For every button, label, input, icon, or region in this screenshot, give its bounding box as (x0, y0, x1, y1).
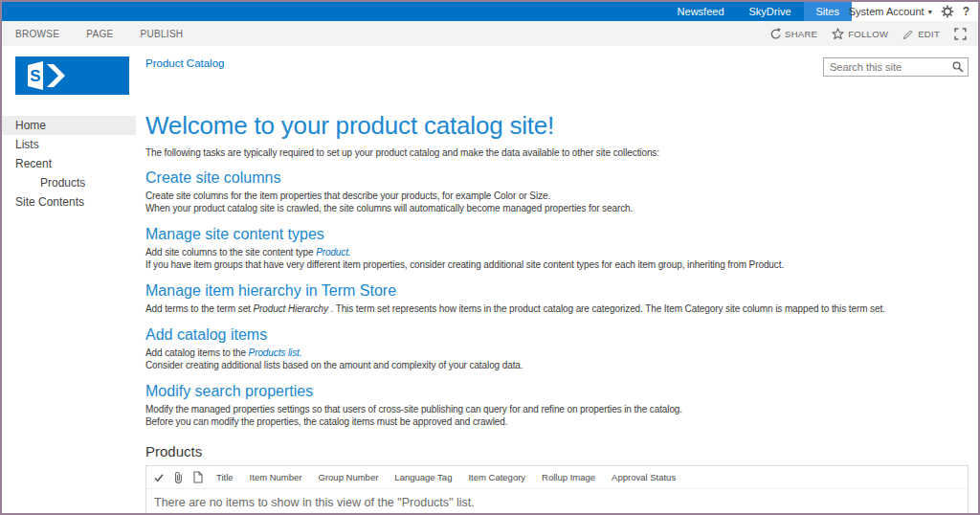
sidebar-item-recent[interactable]: Recent (2, 154, 136, 173)
plain-text: . This term set represents how items in … (328, 303, 885, 314)
left-navigation: Home Lists Recent Products Site Contents (2, 116, 136, 212)
paperclip-icon[interactable] (174, 471, 183, 483)
task-section: Manage site content typesAdd site column… (145, 226, 969, 271)
plain-text: If you have item groups that have very d… (145, 259, 784, 270)
check-icon[interactable] (154, 473, 164, 482)
products-webpart: Products (145, 443, 969, 515)
plain-text: Add site columns to the site content typ… (145, 247, 316, 258)
plain-text: Create site columns for the item propert… (145, 190, 550, 201)
ribbon-bar: BROWSE PAGE PUBLISH SHARE FOLLO (2, 21, 978, 46)
edit-button[interactable]: EDIT (902, 28, 940, 39)
section-line: If you have item groups that have very d… (145, 258, 969, 271)
chevron-down-icon: ▾ (928, 8, 932, 16)
task-section: Add catalog itemsAdd catalog items to th… (145, 326, 969, 371)
plain-text: Add catalog items to the (145, 347, 249, 358)
share-button[interactable]: SHARE (768, 28, 817, 40)
follow-button[interactable]: FOLLOW (832, 28, 888, 40)
section-heading-link[interactable]: Modify search properties (145, 383, 969, 400)
products-list: Title Item Number Group Number Language … (145, 465, 969, 515)
site-search (823, 57, 969, 77)
suite-link-skydrive[interactable]: SkyDrive (737, 2, 804, 21)
header-icons (154, 471, 203, 483)
sidebar-item-lists[interactable]: Lists (2, 135, 136, 154)
task-section: Modify search propertiesModify the manag… (145, 383, 969, 428)
sidebar-item-home[interactable]: Home (2, 116, 136, 135)
task-sections: Create site columnsCreate site columns f… (145, 169, 969, 428)
products-list-title: Products (145, 443, 969, 459)
svg-text:S: S (30, 67, 40, 85)
section-line: Before you can modify the properties, th… (145, 415, 969, 428)
column-header-item-number[interactable]: Item Number (250, 472, 302, 482)
share-icon (768, 28, 781, 40)
ribbon-actions: SHARE FOLLOW EDIT (768, 28, 978, 40)
plain-text: Before you can modify the properties, th… (145, 416, 507, 427)
search-icon[interactable] (952, 61, 964, 73)
section-heading-link[interactable]: Create site columns (145, 169, 969, 187)
tab-browse[interactable]: BROWSE (2, 29, 73, 39)
account-menu[interactable]: System Account ▾ (849, 6, 932, 17)
suite-bar-account-area: System Account ▾ ? (852, 2, 978, 21)
main-content: Product Catalog Welcome to your product … (136, 46, 980, 515)
help-icon[interactable]: ? (963, 5, 969, 18)
column-header-group-number[interactable]: Group Number (319, 472, 379, 482)
star-icon (832, 28, 844, 40)
plain-text: Add terms to the term set (145, 303, 253, 314)
section-line: Add catalog items to the Products list. (145, 347, 969, 359)
follow-label: FOLLOW (848, 29, 888, 39)
column-header-item-category[interactable]: Item Category (468, 472, 525, 482)
sharepoint-window: Newsfeed SkyDrive Sites System Account ▾ (0, 0, 980, 515)
products-list-header: Title Item Number Group Number Language … (146, 466, 968, 489)
sidebar-item-site-contents[interactable]: Site Contents (2, 192, 136, 212)
account-name: System Account (849, 6, 924, 17)
pencil-icon (902, 28, 914, 39)
sharepoint-logo[interactable]: S (15, 56, 129, 95)
plain-text: When your product catalog site is crawle… (145, 203, 633, 213)
column-header-approval-status[interactable]: Approval Status (612, 472, 676, 482)
tab-page[interactable]: PAGE (73, 29, 126, 39)
section-line: Modify the managed properties settings s… (145, 403, 969, 415)
section-line: Add terms to the term set Product Hierar… (145, 302, 969, 315)
task-section: Create site columnsCreate site columns f… (145, 169, 969, 214)
suite-bar: Newsfeed SkyDrive Sites System Account ▾ (2, 2, 978, 21)
suite-bar-spacer (2, 2, 665, 21)
edit-label: EDIT (918, 29, 940, 39)
breadcrumb[interactable]: Product Catalog (145, 57, 224, 69)
section-heading-link[interactable]: Manage item hierarchy in Term Store (145, 282, 969, 300)
sidebar-item-products[interactable]: Products (2, 173, 136, 192)
section-line: Create site columns for the item propert… (145, 190, 969, 202)
inline-link[interactable]: Product. (316, 247, 350, 258)
content-top-row: Product Catalog (145, 57, 969, 77)
page-title: Welcome to your product catalog site! (145, 111, 969, 141)
plain-text: Modify the managed properties settings s… (145, 404, 682, 414)
intro-text: The following tasks are typically requir… (145, 147, 969, 158)
search-input[interactable] (823, 57, 969, 77)
section-line: Add site columns to the site content typ… (145, 246, 969, 258)
section-line: When your product catalog site is crawle… (145, 202, 969, 214)
column-header-title[interactable]: Title (216, 472, 234, 482)
sidebar: S Home Lists Recent Products Site Conten… (2, 46, 136, 515)
share-label: SHARE (785, 29, 817, 39)
section-heading-link[interactable]: Manage site content types (145, 226, 969, 243)
gear-icon[interactable] (941, 5, 954, 18)
suite-link-newsfeed[interactable]: Newsfeed (665, 2, 737, 21)
emphasized-text: Product Hierarchy (253, 303, 327, 314)
column-header-language-tag[interactable]: Language Tag (394, 472, 452, 482)
tab-publish[interactable]: PUBLISH (127, 29, 197, 39)
suite-link-sites[interactable]: Sites (804, 2, 852, 21)
plain-text: Consider creating additional lists based… (145, 360, 523, 370)
section-heading-link[interactable]: Add catalog items (145, 326, 969, 344)
page-body: S Home Lists Recent Products Site Conten… (2, 46, 978, 515)
task-section: Manage item hierarchy in Term StoreAdd t… (145, 282, 969, 315)
column-header-rollup-image[interactable]: Rollup Image (542, 472, 595, 482)
focus-content-icon[interactable] (954, 28, 967, 40)
section-line: Consider creating additional lists based… (145, 359, 969, 371)
document-icon[interactable] (193, 471, 203, 483)
inline-link[interactable]: Products list. (249, 347, 302, 358)
empty-list-message: There are no items to show in this view … (146, 489, 968, 515)
